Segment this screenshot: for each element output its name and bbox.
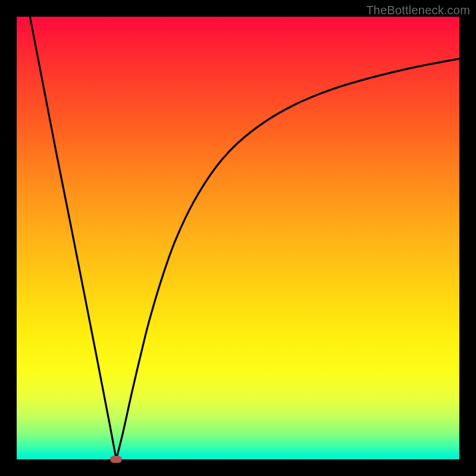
bottleneck-curve bbox=[17, 17, 459, 459]
plot-area bbox=[17, 17, 459, 459]
chart-frame: TheBottleneck.com bbox=[0, 0, 476, 476]
watermark-text: TheBottleneck.com bbox=[366, 4, 470, 17]
minimum-marker bbox=[110, 456, 122, 463]
